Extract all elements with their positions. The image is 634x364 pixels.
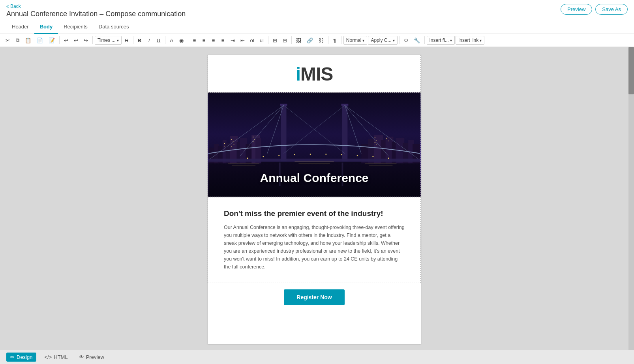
svg-rect-63 — [228, 163, 259, 164]
paste-button[interactable]: 📋 — [23, 36, 34, 45]
ordered-list-button[interactable]: ol — [248, 36, 257, 45]
outdent-button[interactable]: ⇤ — [238, 36, 247, 45]
email-body: iMIS — [208, 55, 421, 344]
apply-class-dropdown[interactable]: Apply C... — [368, 36, 397, 45]
register-button-area: Register Now — [208, 283, 421, 311]
svg-point-58 — [357, 155, 358, 156]
cut-button[interactable]: ✂ — [3, 36, 12, 45]
svg-rect-18 — [231, 146, 232, 147]
toolbar-divider-11 — [424, 36, 425, 44]
align-center-button[interactable]: ≡ — [200, 36, 208, 45]
toolbar-divider-3 — [133, 36, 133, 44]
text-style-dropdown[interactable]: Normal — [343, 36, 368, 45]
tab-recipients[interactable]: Recipients — [58, 21, 93, 34]
email-logo-section: iMIS — [208, 55, 421, 92]
special-char-button[interactable]: Ω — [402, 36, 411, 45]
italic-button[interactable]: I — [145, 36, 154, 45]
svg-point-59 — [372, 156, 373, 157]
svg-rect-17 — [234, 144, 234, 144]
svg-rect-14 — [224, 146, 225, 146]
link-button[interactable]: 🔗 — [304, 36, 315, 45]
tab-header[interactable]: Header — [6, 21, 34, 34]
svg-point-54 — [294, 154, 295, 155]
tab-data-sources[interactable]: Data sources — [93, 21, 135, 34]
svg-point-56 — [325, 154, 326, 155]
strikethrough-button[interactable]: S — [122, 36, 131, 45]
align-right-button[interactable]: ≡ — [209, 36, 218, 45]
register-now-button[interactable]: Register Now — [284, 289, 344, 305]
toolbar-divider-4 — [165, 36, 165, 44]
align-left-button[interactable]: ≡ — [190, 36, 199, 45]
svg-point-55 — [310, 154, 311, 155]
svg-point-53 — [278, 155, 279, 156]
svg-rect-68 — [298, 163, 330, 164]
svg-rect-36 — [386, 138, 387, 139]
toolbar-divider-6 — [268, 36, 268, 44]
email-body-text: Our Annual Conference is an engaging, th… — [224, 223, 405, 271]
insert-link-dropdown[interactable]: Insert link — [456, 36, 484, 45]
highlight-button[interactable]: ◉ — [177, 36, 186, 45]
bottom-bar: ✏ Design </> HTML 👁 Preview — [0, 350, 634, 352]
svg-rect-19 — [253, 137, 253, 137]
table-button[interactable]: ⊞ — [270, 36, 279, 45]
unordered-list-button[interactable]: ul — [257, 36, 266, 45]
back-link[interactable]: Back — [6, 4, 21, 9]
svg-point-52 — [263, 156, 264, 157]
toolbar-divider-1 — [59, 36, 60, 44]
font-color-button[interactable]: A — [167, 36, 176, 45]
undo-button[interactable]: ↩ — [62, 36, 71, 45]
logo-i: i — [296, 64, 300, 84]
svg-rect-67 — [294, 161, 334, 162]
svg-rect-38 — [281, 105, 287, 161]
svg-rect-50 — [208, 159, 420, 162]
editor-area: iMIS — [0, 47, 634, 352]
copy-button[interactable]: ⧉ — [13, 36, 22, 45]
paste-word-button[interactable]: 📝 — [46, 36, 57, 45]
svg-rect-65 — [365, 163, 396, 164]
toolbar-divider-2 — [92, 36, 93, 44]
justify-button[interactable]: ≡ — [219, 36, 227, 45]
editor-toolbar: ✂ ⧉ 📋 📄 📝 ↩ ↩ ↪ Times ... S B I U A ◉ ≡ … — [0, 34, 634, 47]
special2-button[interactable]: 🔧 — [411, 36, 422, 45]
unlink-button[interactable]: ⛓ — [316, 36, 326, 45]
undo2-button[interactable]: ↩ — [71, 36, 81, 45]
scrollbar-thumb[interactable] — [628, 47, 634, 94]
tab-bar: Header Body Recipients Data sources — [6, 21, 628, 34]
svg-rect-32 — [375, 137, 375, 138]
svg-point-57 — [341, 154, 342, 155]
toolbar-divider-7 — [291, 36, 292, 44]
bold-button[interactable]: B — [135, 36, 144, 45]
email-headline: Don't miss the premier event of the indu… — [224, 209, 405, 218]
svg-rect-13 — [224, 143, 225, 144]
svg-rect-66 — [369, 165, 393, 166]
paste-text-button[interactable]: 📄 — [34, 36, 45, 45]
svg-rect-37 — [388, 141, 389, 141]
editor-canvas[interactable]: iMIS — [0, 47, 628, 352]
conference-banner-title: Annual Conference — [208, 171, 420, 185]
toolbar-divider-9 — [341, 36, 341, 44]
top-bar: Back Annual Conference Invitation – Comp… — [0, 0, 634, 34]
toolbar-divider-8 — [328, 36, 328, 44]
svg-rect-64 — [232, 165, 256, 166]
svg-rect-21 — [253, 141, 253, 142]
toolbar-divider-10 — [400, 36, 400, 44]
email-content-section[interactable]: Don't miss the premier event of the indu… — [208, 197, 421, 283]
tab-body[interactable]: Body — [34, 21, 58, 34]
svg-point-51 — [247, 158, 248, 159]
svg-rect-33 — [376, 140, 377, 141]
font-family-dropdown[interactable]: Times ... — [95, 36, 122, 45]
svg-point-60 — [388, 158, 389, 159]
paragraph-button[interactable]: ¶ — [330, 36, 339, 45]
underline-button[interactable]: U — [154, 36, 163, 45]
insert-field-dropdown[interactable]: Insert fi... — [427, 36, 455, 45]
table-props-button[interactable]: ⊟ — [280, 36, 289, 45]
page-title: Annual Conference Invitation – Compose c… — [6, 10, 628, 18]
redo-button[interactable]: ↪ — [81, 36, 90, 45]
svg-rect-34 — [375, 142, 375, 143]
save-as-button[interactable]: Save As — [595, 4, 628, 15]
conference-banner: Annual Conference — [208, 92, 421, 197]
indent-button[interactable]: ⇥ — [228, 36, 237, 45]
image-button[interactable]: 🖼 — [294, 36, 304, 45]
preview-button[interactable]: Preview — [561, 4, 592, 15]
vertical-scrollbar[interactable] — [628, 47, 634, 352]
